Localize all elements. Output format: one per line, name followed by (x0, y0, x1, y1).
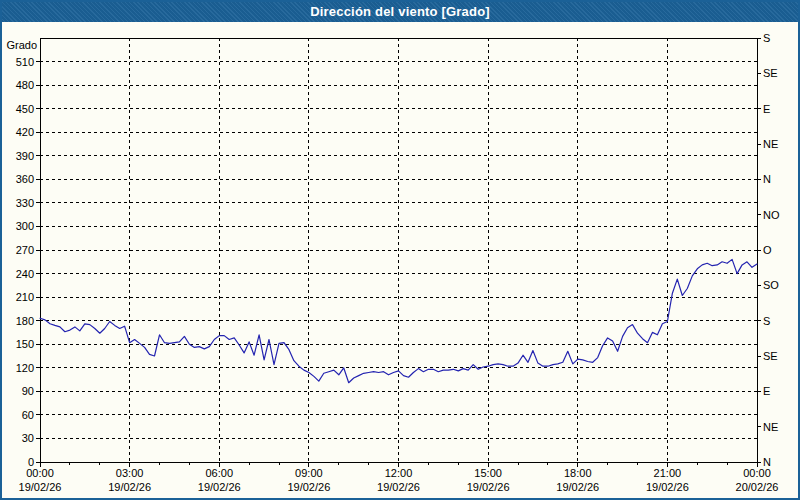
compass-tick-label: NE (763, 138, 778, 150)
compass-tick-label: SE (763, 67, 778, 79)
compass-tick-label: E (763, 103, 770, 115)
x-axis-time-label: 12:00 (385, 467, 413, 479)
x-axis-date-label: 19/02/26 (108, 481, 151, 493)
x-axis-date-label: 19/02/26 (198, 481, 241, 493)
compass-tick-label: S (763, 315, 770, 327)
window-title-bar[interactable]: Dirección del viento [Grado] (0, 0, 800, 22)
x-axis-time-label: 15:00 (474, 467, 502, 479)
y-axis-tick-label: 300 (16, 220, 34, 232)
compass-tick-label: E (763, 385, 770, 397)
compass-tick-label: S (763, 32, 770, 44)
x-axis-time-label: 00:00 (743, 467, 771, 479)
y-axis-unit-label: Grado (6, 39, 37, 51)
compass-tick-label: SO (763, 279, 779, 291)
compass-tick-label: O (763, 244, 772, 256)
y-axis-tick-label: 330 (16, 197, 34, 209)
compass-tick-label: NO (763, 209, 780, 221)
y-axis-tick-label: 240 (16, 268, 34, 280)
x-axis-date-label: 19/02/26 (287, 481, 330, 493)
x-axis-time-label: 09:00 (295, 467, 323, 479)
x-axis-date-label: 19/02/26 (467, 481, 510, 493)
y-axis-tick-label: 60 (22, 409, 34, 421)
y-axis-tick-label: 180 (16, 315, 34, 327)
x-axis-time-label: 18:00 (564, 467, 592, 479)
x-axis-date-label: 19/02/26 (556, 481, 599, 493)
x-axis-date-label: 19/02/26 (377, 481, 420, 493)
y-axis-tick-label: 150 (16, 338, 34, 350)
x-axis-time-label: 21:00 (654, 467, 682, 479)
compass-tick-label: NE (763, 421, 778, 433)
x-axis-time-label: 03:00 (116, 467, 144, 479)
compass-tick-label: N (763, 173, 771, 185)
x-axis-time-label: 00:00 (26, 467, 54, 479)
x-axis-date-label: 20/02/26 (736, 481, 779, 493)
window-title: Dirección del viento [Grado] (310, 4, 490, 19)
x-axis-time-label: 06:00 (205, 467, 233, 479)
y-axis-tick-label: 390 (16, 150, 34, 162)
x-axis-date-label: 19/02/26 (646, 481, 689, 493)
y-axis-tick-label: 30 (22, 432, 34, 444)
compass-tick-label: SE (763, 350, 778, 362)
y-axis-tick-label: 270 (16, 244, 34, 256)
y-axis-tick-label: 420 (16, 126, 34, 138)
y-axis-tick-label: 210 (16, 291, 34, 303)
y-axis-tick-label: 360 (16, 173, 34, 185)
y-axis-tick-label: 120 (16, 362, 34, 374)
wind-direction-chart: 0306090120150180210240270300330360390420… (0, 0, 800, 500)
y-axis-tick-label: 480 (16, 79, 34, 91)
app-window: Dirección del viento [Grado] 03060901201… (0, 0, 800, 500)
y-axis-tick-label: 90 (22, 385, 34, 397)
x-axis-date-label: 19/02/26 (19, 481, 62, 493)
y-axis-tick-label: 510 (16, 56, 34, 68)
y-axis-tick-label: 450 (16, 103, 34, 115)
